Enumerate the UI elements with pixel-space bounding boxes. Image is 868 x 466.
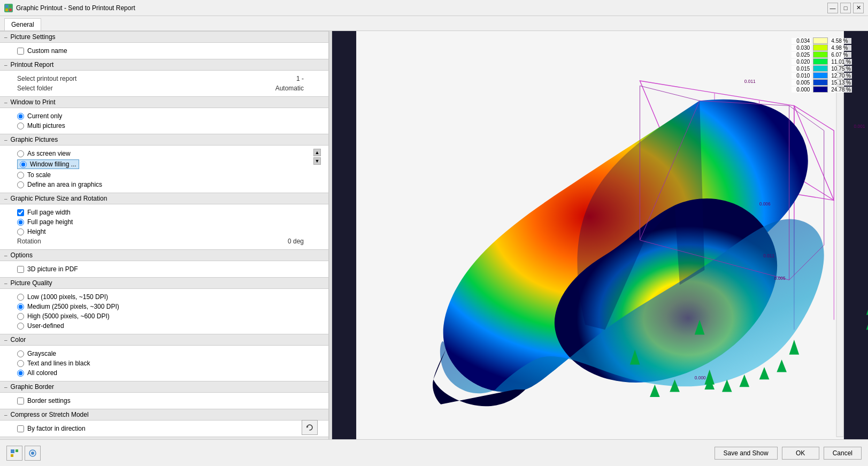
left-panel-inner: – Picture Settings Custom name – Printou… xyxy=(0,31,328,439)
maximize-button[interactable]: □ xyxy=(840,3,851,13)
save-and-show-button[interactable]: Save and Show xyxy=(715,447,778,460)
height-row: Height xyxy=(17,227,320,236)
legend-row: 0.0256.07 % xyxy=(792,51,852,58)
window-filling-label: Window filling ... xyxy=(30,161,76,168)
section-label-picture-settings: Picture Settings xyxy=(11,33,56,41)
legend-row: 0.01510.75 % xyxy=(792,65,852,72)
section-content-options: 3D picture in PDF xyxy=(0,261,328,277)
height-radio[interactable] xyxy=(17,228,24,235)
legend-value: 0.010 xyxy=(792,73,811,79)
as-screen-view-label: As screen view xyxy=(27,150,71,157)
section-compress-stretch[interactable]: – Compress or Stretch Model xyxy=(0,409,328,421)
legend-color-swatch xyxy=(813,72,828,79)
svg-rect-1 xyxy=(9,5,12,7)
legend-color-swatch xyxy=(813,79,828,86)
define-area-radio[interactable] xyxy=(17,181,24,188)
section-label-color: Color xyxy=(11,336,26,343)
collapse-icon-options: – xyxy=(4,253,7,258)
legend-pct: 12.70 % xyxy=(830,73,852,79)
collapse-icon-graphic-pictures: – xyxy=(4,137,7,143)
section-label-graphic-pictures: Graphic Pictures xyxy=(11,136,58,143)
collapse-icon-color: – xyxy=(4,337,7,343)
collapse-icon-graphic-border: – xyxy=(4,384,7,390)
bottom-icon-1[interactable] xyxy=(6,446,22,461)
user-defined-quality-label: User-defined xyxy=(27,322,64,330)
to-scale-radio[interactable] xyxy=(17,172,24,179)
window-filling-highlighted: Window filling ... xyxy=(17,159,79,169)
minimize-button[interactable]: — xyxy=(827,3,838,13)
scroll-down-graphic-btn[interactable]: ▼ xyxy=(313,157,321,165)
section-label-printout-report: Printout Report xyxy=(11,61,54,68)
legend-color-swatch xyxy=(813,51,828,58)
section-graphic-pictures[interactable]: – Graphic Pictures xyxy=(0,134,328,146)
define-area-row: Define an area in graphics xyxy=(17,180,302,189)
label-coord2: 0.011 xyxy=(744,79,756,84)
full-page-width-checkbox[interactable] xyxy=(17,209,24,216)
collapse-icon-window-to-print: – xyxy=(4,100,7,105)
user-defined-quality-radio[interactable] xyxy=(17,323,24,330)
text-lines-black-row: Text and lines in black xyxy=(17,358,320,368)
section-printout-report[interactable]: – Printout Report xyxy=(0,59,328,71)
3d-picture-pdf-checkbox[interactable] xyxy=(17,266,24,273)
legend-value: 0.015 xyxy=(792,66,811,72)
label-coord3: 0.011 xyxy=(763,253,774,258)
current-only-radio[interactable] xyxy=(17,113,24,120)
high-quality-radio[interactable] xyxy=(17,313,24,320)
section-color[interactable]: – Color xyxy=(0,334,328,346)
grayscale-radio[interactable] xyxy=(17,350,24,357)
bottom-icon-2[interactable] xyxy=(25,446,41,461)
to-scale-label: To scale xyxy=(27,171,51,179)
border-settings-checkbox[interactable] xyxy=(17,398,24,404)
custom-name-label: Custom name xyxy=(27,47,67,55)
scroll-up-graphic-btn[interactable]: ▲ xyxy=(313,149,321,156)
all-colored-label: All colored xyxy=(27,369,57,377)
custom-name-checkbox[interactable] xyxy=(17,48,24,55)
multi-pictures-radio[interactable] xyxy=(17,123,24,129)
multi-pictures-row: Multi pictures xyxy=(17,121,320,131)
section-label-window-to-print: Window to Print xyxy=(11,98,56,106)
svg-rect-35 xyxy=(16,449,18,452)
select-folder-row: Select folder Automatic xyxy=(17,83,320,93)
right-scrollbar xyxy=(836,63,843,437)
close-button[interactable]: ✕ xyxy=(853,3,864,13)
section-picture-settings[interactable]: – Picture Settings xyxy=(0,31,328,43)
tab-general[interactable]: General xyxy=(4,18,41,30)
current-only-row: Current only xyxy=(17,111,320,121)
title-bar-controls: — □ ✕ xyxy=(827,3,864,13)
ok-button[interactable]: OK xyxy=(782,447,819,460)
border-settings-label: Border settings xyxy=(27,397,71,404)
legend-color-swatch xyxy=(813,44,828,51)
section-options[interactable]: – Options xyxy=(0,249,328,261)
text-lines-black-radio[interactable] xyxy=(17,360,24,367)
legend-row: 0.0344.58 % xyxy=(792,37,852,44)
title-bar: Graphic Printout - Send to Printout Repo… xyxy=(0,0,868,16)
legend-value: 0.034 xyxy=(792,38,811,44)
section-label-graphic-border: Graphic Border xyxy=(11,383,54,391)
as-screen-view-radio[interactable] xyxy=(17,150,24,157)
rotation-label: Rotation xyxy=(17,238,124,245)
section-display-factors[interactable]: – Display Factors xyxy=(0,437,328,439)
low-quality-row: Low (1000 pixels, ~150 DPI) xyxy=(17,292,320,302)
label-coord7: 0.000 xyxy=(695,375,706,380)
section-picture-quality[interactable]: – Picture Quality xyxy=(0,277,328,289)
multi-pictures-label: Multi pictures xyxy=(27,122,65,129)
label-coord4: 0.005 xyxy=(774,276,786,281)
all-colored-radio[interactable] xyxy=(17,370,24,377)
window-filling-radio[interactable] xyxy=(20,161,27,168)
svg-rect-34 xyxy=(11,449,14,453)
cancel-button[interactable]: Cancel xyxy=(824,447,862,460)
medium-quality-radio[interactable] xyxy=(17,303,24,310)
full-page-height-radio[interactable] xyxy=(17,219,24,226)
by-factor-checkbox[interactable] xyxy=(17,425,24,432)
rotation-row: Rotation 0 deg xyxy=(17,236,320,246)
refresh-button[interactable] xyxy=(302,420,318,435)
legend-pct: 15.13 % xyxy=(830,80,852,86)
section-graphic-border[interactable]: – Graphic Border xyxy=(0,381,328,393)
section-graphic-size-rotation[interactable]: – Graphic Picture Size and Rotation xyxy=(0,193,328,204)
legend-color-swatch xyxy=(813,37,828,44)
section-window-to-print[interactable]: – Window to Print xyxy=(0,96,328,108)
section-label-picture-quality: Picture Quality xyxy=(11,279,52,287)
legend-pct: 11.01 % xyxy=(830,59,852,65)
section-content-graphic-border: Border settings xyxy=(0,393,328,409)
low-quality-radio[interactable] xyxy=(17,294,24,301)
